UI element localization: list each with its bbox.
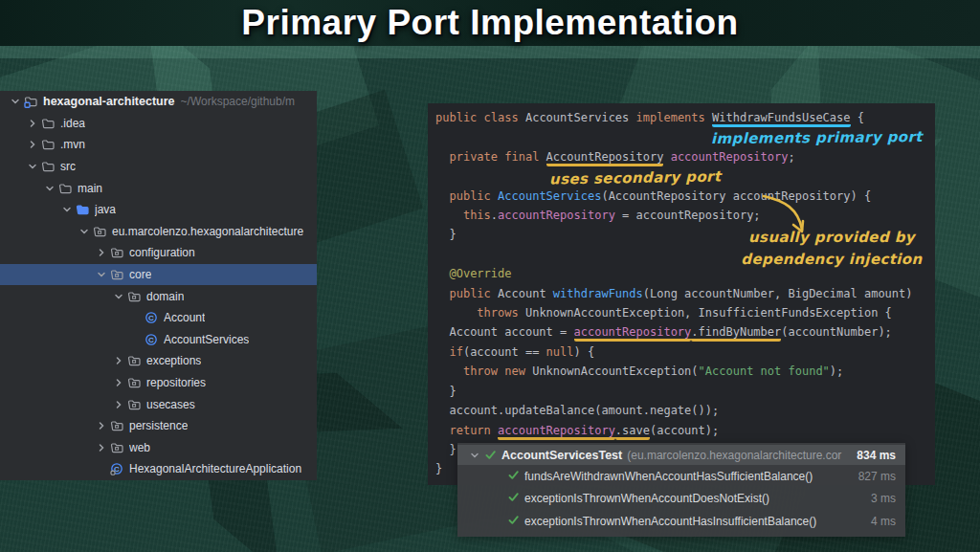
tree-item-hexagonal-architecture[interactable]: hexagonal-architecture~/Workspace/github… bbox=[0, 91, 317, 113]
chevron-right-icon[interactable] bbox=[111, 399, 126, 410]
test-suite-package: (eu.marcolenzo.hexagonalarchitecture.cor bbox=[627, 449, 851, 462]
test-suite-row[interactable]: AccountServicesTest (eu.marcolenzo.hexag… bbox=[457, 445, 905, 465]
package-icon bbox=[92, 225, 107, 238]
test-case-row[interactable]: exceptionIsThrownWhenAccountHasInsuffici… bbox=[457, 510, 905, 533]
tree-item-label: web bbox=[129, 441, 150, 454]
chevron-down-icon[interactable] bbox=[8, 96, 23, 107]
folder-icon bbox=[40, 160, 56, 173]
package-icon bbox=[109, 246, 124, 259]
tree-item-label: main bbox=[78, 182, 102, 195]
tree-item-label: exceptions bbox=[146, 354, 201, 367]
test-passed-icon bbox=[507, 469, 520, 484]
tree-item-idea[interactable]: .idea bbox=[0, 113, 317, 135]
bg-light-band bbox=[0, 46, 980, 58]
package-icon bbox=[126, 398, 142, 411]
test-case-duration: 4 ms bbox=[871, 515, 896, 528]
folder-icon bbox=[40, 117, 56, 130]
chevron-right-icon[interactable] bbox=[94, 442, 109, 453]
tree-item-label: AccountServices bbox=[164, 333, 249, 346]
test-suite-name: AccountServicesTest bbox=[501, 449, 622, 462]
tree-item-exceptions[interactable]: exceptions bbox=[0, 350, 317, 372]
folder-icon bbox=[40, 138, 56, 151]
tree-item-repositories[interactable]: repositories bbox=[0, 372, 317, 394]
tree-item-persistence[interactable]: persistence bbox=[0, 415, 317, 437]
chevron-down-icon[interactable] bbox=[42, 183, 57, 194]
tree-item-label: java bbox=[95, 203, 116, 216]
tree-item-src[interactable]: src bbox=[0, 156, 317, 178]
tree-item-main[interactable]: main bbox=[0, 177, 317, 199]
tree-item-label: .idea bbox=[60, 117, 85, 130]
chevron-down-icon[interactable] bbox=[59, 204, 75, 215]
tree-item-label: src bbox=[60, 160, 76, 173]
class-icon: C bbox=[144, 311, 159, 324]
tree-item-label: eu.marcolenzo.hexagonalarchitecture bbox=[112, 225, 303, 238]
chevron-down-icon[interactable] bbox=[77, 226, 92, 237]
chevron-down-icon[interactable] bbox=[467, 450, 482, 461]
chevron-right-icon[interactable] bbox=[25, 139, 40, 150]
test-case-list: fundsAreWithdrawnWhenAccountHasSufficien… bbox=[457, 465, 905, 533]
test-results-panel: AccountServicesTest (eu.marcolenzo.hexag… bbox=[457, 443, 905, 537]
chevron-right-icon[interactable] bbox=[94, 247, 109, 258]
tree-item-label: configuration bbox=[129, 246, 195, 259]
package-icon bbox=[109, 441, 124, 454]
code-line: public AccountServices(AccountRepository… bbox=[435, 187, 931, 206]
class-icon: C bbox=[144, 333, 159, 346]
tree-item-usecases[interactable]: usecases bbox=[0, 393, 317, 415]
folder-icon bbox=[57, 182, 73, 195]
title-bar: Primary Port Implementation bbox=[0, 0, 980, 46]
test-passed-icon bbox=[507, 491, 520, 506]
code-editor-panel[interactable]: public class AccountServices implements … bbox=[428, 103, 935, 485]
project-path: ~/Workspace/github/m bbox=[181, 95, 296, 108]
test-case-duration: 827 ms bbox=[858, 470, 896, 483]
code-line: } bbox=[435, 382, 931, 401]
chevron-right-icon[interactable] bbox=[111, 377, 126, 388]
chevron-down-icon[interactable] bbox=[111, 291, 126, 302]
code-line: return accountRepository.save(account); bbox=[435, 421, 931, 440]
tree-item-label: persistence bbox=[129, 419, 188, 432]
chevron-down-icon[interactable] bbox=[94, 269, 109, 280]
test-suite-duration: 834 ms bbox=[857, 449, 896, 462]
tree-item-label: domain bbox=[146, 290, 184, 303]
svg-text:C: C bbox=[148, 314, 154, 322]
slide: Primary Port Implementation hexagonal-ar… bbox=[0, 0, 980, 552]
tree-item-label: HexagonalArchitectureApplication bbox=[129, 462, 301, 475]
annotation-uses-secondary-port: uses secondary port bbox=[549, 167, 722, 188]
tree-item-core[interactable]: core bbox=[0, 264, 317, 286]
chevron-right-icon[interactable] bbox=[94, 420, 109, 431]
package-icon bbox=[126, 354, 142, 367]
chevron-down-icon[interactable] bbox=[25, 161, 40, 172]
code-line: throw new UnknownAccountException("Accou… bbox=[435, 362, 931, 381]
chevron-right-icon[interactable] bbox=[25, 118, 40, 129]
tree-item-mvn[interactable]: .mvn bbox=[0, 134, 317, 156]
slide-title: Primary Port Implementation bbox=[241, 3, 738, 43]
tree-item-account[interactable]: CAccount bbox=[0, 307, 317, 329]
tree-item-accountservices[interactable]: CAccountServices bbox=[0, 329, 317, 351]
code-line: this.accountRepository = accountReposito… bbox=[435, 206, 931, 225]
tree-item-label: core bbox=[129, 268, 151, 281]
test-case-name: exceptionIsThrownWhenAccountDoesNotExist… bbox=[524, 492, 865, 505]
tree-item-label: repositories bbox=[146, 376, 206, 389]
code-line: public class AccountServices implements … bbox=[435, 108, 931, 127]
package-icon bbox=[126, 376, 142, 389]
chevron-right-icon[interactable] bbox=[111, 355, 126, 366]
test-case-row[interactable]: exceptionIsThrownWhenAccountDoesNotExist… bbox=[457, 488, 905, 511]
tree-item-configuration[interactable]: configuration bbox=[0, 242, 317, 264]
tree-item-domain[interactable]: domain bbox=[0, 285, 317, 307]
project-folder-icon bbox=[23, 95, 38, 108]
code-line: Account account = accountRepository.find… bbox=[435, 322, 931, 342]
tree-item-java[interactable]: java bbox=[0, 199, 317, 221]
annotation-implements-primary-port: implements primary port bbox=[711, 128, 923, 147]
tree-item-hexagonalarchitectureapplication[interactable]: CHexagonalArchitectureApplication bbox=[0, 458, 317, 480]
test-case-name: exceptionIsThrownWhenAccountHasInsuffici… bbox=[524, 515, 865, 528]
tree-item-web[interactable]: web bbox=[0, 437, 317, 459]
package-icon bbox=[126, 290, 142, 303]
code-line: private final AccountRepository accountR… bbox=[435, 147, 931, 166]
code-editor[interactable]: public class AccountServices implements … bbox=[435, 108, 931, 479]
test-passed-icon bbox=[482, 449, 498, 461]
class-run-icon: C bbox=[109, 462, 124, 475]
test-case-row[interactable]: fundsAreWithdrawnWhenAccountHasSufficien… bbox=[457, 465, 905, 488]
code-line: if(account == null) { bbox=[435, 342, 931, 362]
tree-item-eu-marcolenzo-hexagonalarchitecture[interactable]: eu.marcolenzo.hexagonalarchitecture bbox=[0, 221, 317, 243]
code-line: public Account withdrawFunds(Long accoun… bbox=[435, 284, 931, 303]
source-folder-icon bbox=[75, 203, 90, 216]
